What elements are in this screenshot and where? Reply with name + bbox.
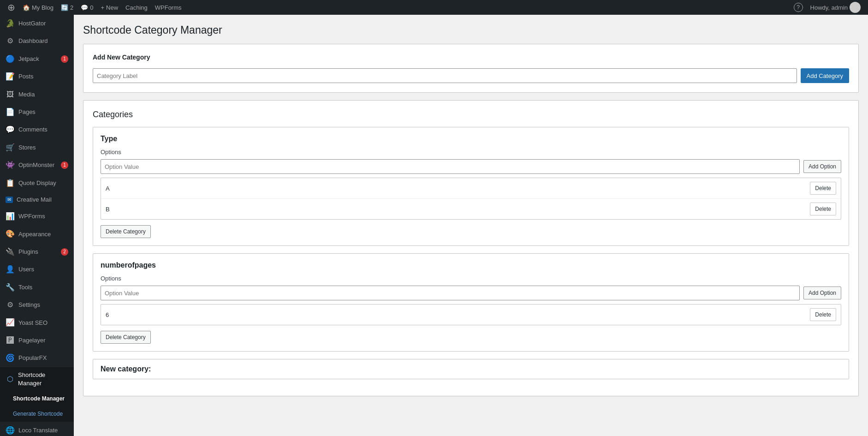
sidebar-item-users[interactable]: 👤 Users — [0, 261, 74, 278]
creative-mail-icon: ✉ — [6, 197, 13, 203]
admin-bar-my-blog[interactable]: 🏠 My Blog — [19, 0, 57, 15]
popularfx-icon: 🌀 — [6, 353, 15, 363]
numberofpages-options-list: 6 Delete — [101, 304, 841, 325]
numberofpages-option-6: 6 Delete — [101, 305, 841, 325]
sidebar-item-posts[interactable]: 📝 Posts — [0, 68, 74, 85]
update-icon: 🔄 — [61, 4, 68, 11]
sidebar-item-pages[interactable]: 📄 Pages — [0, 103, 74, 121]
sidebar-item-media[interactable]: 🖼 Media — [0, 86, 74, 103]
optinmonster-badge: 1 — [61, 161, 68, 169]
avatar — [850, 2, 861, 13]
sidebar: 🐊 HostGator ⚙ Dashboard 🔵 Jetpack 1 📝 Po… — [0, 15, 74, 436]
category-numberofpages-name: numberofpages — [101, 261, 841, 269]
add-new-category-card: Add New Category Add Category — [83, 44, 859, 93]
help-icon: ? — [794, 3, 803, 12]
optinmonster-icon: 👾 — [6, 160, 15, 170]
admin-bar-howdy[interactable]: Howdy, admin — [807, 0, 864, 15]
numberofpages-option-form: Add Option — [101, 286, 841, 300]
admin-bar-wpforms[interactable]: WPForms — [151, 0, 185, 15]
admin-bar-help[interactable]: ? — [790, 0, 807, 15]
sidebar-item-popularfx[interactable]: 🌀 PopularFX — [0, 349, 74, 367]
sidebar-sub-item-shortcode-manager[interactable]: Shortcode Manager — [0, 391, 74, 406]
comments-icon: 💬 — [6, 125, 15, 135]
numberofpages-add-option-button[interactable]: Add Option — [803, 287, 841, 299]
sidebar-item-pagelayer[interactable]: 🅿 Pagelayer — [0, 332, 74, 349]
hostgator-icon: 🐊 — [6, 18, 15, 29]
sidebar-item-plugins[interactable]: 🔌 Plugins 2 — [0, 243, 74, 261]
type-option-b: B Delete — [101, 198, 841, 219]
admin-bar-updates[interactable]: 🔄 2 — [57, 0, 77, 15]
tools-icon: 🔧 — [6, 282, 15, 293]
type-option-input[interactable] — [101, 159, 800, 174]
home-icon: 🏠 — [23, 4, 30, 11]
sidebar-item-stores[interactable]: 🛒 Stores — [0, 139, 74, 156]
new-category-partial: New category: — [93, 359, 849, 379]
sidebar-item-quote-display[interactable]: 📋 Quote Display — [0, 174, 74, 192]
categories-heading: Categories — [93, 110, 849, 119]
sidebar-item-comments[interactable]: 💬 Comments — [0, 121, 74, 138]
media-icon: 🖼 — [6, 90, 15, 100]
sidebar-item-optinmonster[interactable]: 👾 OptinMonster 1 — [0, 156, 74, 174]
category-type-name: Type — [101, 135, 841, 143]
jetpack-badge: 1 — [61, 55, 68, 63]
wp-icon: ⊕ — [7, 2, 15, 13]
type-delete-b-button[interactable]: Delete — [810, 203, 836, 215]
sidebar-item-shortcode-manager[interactable]: ⬡ Shortcode Manager — [0, 367, 74, 391]
admin-bar-caching[interactable]: Caching — [122, 0, 151, 15]
admin-bar-comments[interactable]: 💬 0 — [77, 0, 97, 15]
wp-logo[interactable]: ⊕ — [4, 0, 19, 15]
sidebar-item-loco-translate[interactable]: 🌐 Loco Translate — [0, 422, 74, 436]
shortcode-manager-icon: ⬡ — [6, 374, 14, 384]
category-label-input[interactable] — [93, 68, 797, 83]
comment-icon: 💬 — [81, 4, 88, 11]
type-add-option-button[interactable]: Add Option — [803, 160, 841, 173]
sidebar-sub-item-generate-shortcode[interactable]: Generate Shortcode — [0, 406, 74, 422]
category-numberofpages: numberofpages Options Add Option 6 Delet… — [93, 253, 849, 352]
category-type: Type Options Add Option A Delete B Delet… — [93, 127, 849, 246]
loco-translate-icon: 🌐 — [6, 425, 15, 436]
sidebar-item-creative-mail[interactable]: ✉ Creative Mail — [0, 192, 74, 208]
add-category-form: Add Category — [93, 68, 849, 83]
main-content: Shortcode Category Manager Add New Categ… — [74, 15, 868, 436]
sidebar-item-yoast[interactable]: 📈 Yoast SEO — [0, 314, 74, 331]
sidebar-item-dashboard[interactable]: ⚙ Dashboard — [0, 32, 74, 50]
quote-display-icon: 📋 — [6, 178, 15, 188]
type-delete-a-button[interactable]: Delete — [810, 182, 836, 195]
posts-icon: 📝 — [6, 72, 15, 82]
users-icon: 👤 — [6, 264, 15, 275]
type-delete-category-button[interactable]: Delete Category — [101, 225, 151, 238]
new-category-hint: New category: — [101, 365, 841, 373]
settings-icon: ⚙ — [6, 300, 15, 310]
wpforms-icon: 📊 — [6, 211, 15, 221]
appearance-icon: 🎨 — [6, 229, 15, 239]
numberofpages-delete-6-button[interactable]: Delete — [810, 308, 836, 321]
sidebar-item-wpforms[interactable]: 📊 WPForms — [0, 208, 74, 225]
sidebar-sub-shortcode: Shortcode Manager Generate Shortcode — [0, 391, 74, 422]
admin-bar: ⊕ 🏠 My Blog 🔄 2 💬 0 + New Caching WPForm… — [0, 0, 868, 15]
plugins-badge: 2 — [61, 248, 68, 256]
sidebar-item-settings[interactable]: ⚙ Settings — [0, 296, 74, 314]
type-option-form: Add Option — [101, 159, 841, 174]
add-new-category-heading: Add New Category — [93, 54, 849, 61]
admin-bar-new[interactable]: + New — [97, 0, 122, 15]
stores-icon: 🛒 — [6, 143, 15, 153]
yoast-icon: 📈 — [6, 317, 15, 328]
options-label-type: Options — [101, 149, 841, 155]
add-category-button[interactable]: Add Category — [801, 68, 850, 83]
categories-card: Categories Type Options Add Option A Del… — [83, 100, 859, 396]
type-option-a: A Delete — [101, 178, 841, 198]
dashboard-icon: ⚙ — [6, 36, 15, 46]
pagelayer-icon: 🅿 — [6, 335, 15, 346]
sidebar-item-hostgator[interactable]: 🐊 HostGator — [0, 15, 74, 32]
numberofpages-delete-category-button[interactable]: Delete Category — [101, 331, 151, 344]
sidebar-item-jetpack[interactable]: 🔵 Jetpack 1 — [0, 50, 74, 68]
type-options-list: A Delete B Delete — [101, 178, 841, 220]
sidebar-item-appearance[interactable]: 🎨 Appearance — [0, 225, 74, 243]
pages-icon: 📄 — [6, 107, 15, 117]
jetpack-icon: 🔵 — [6, 54, 15, 64]
plugins-icon: 🔌 — [6, 247, 15, 257]
plus-icon: + — [101, 4, 104, 11]
page-title: Shortcode Category Manager — [83, 24, 859, 36]
sidebar-item-tools[interactable]: 🔧 Tools — [0, 279, 74, 296]
numberofpages-option-input[interactable] — [101, 286, 800, 300]
